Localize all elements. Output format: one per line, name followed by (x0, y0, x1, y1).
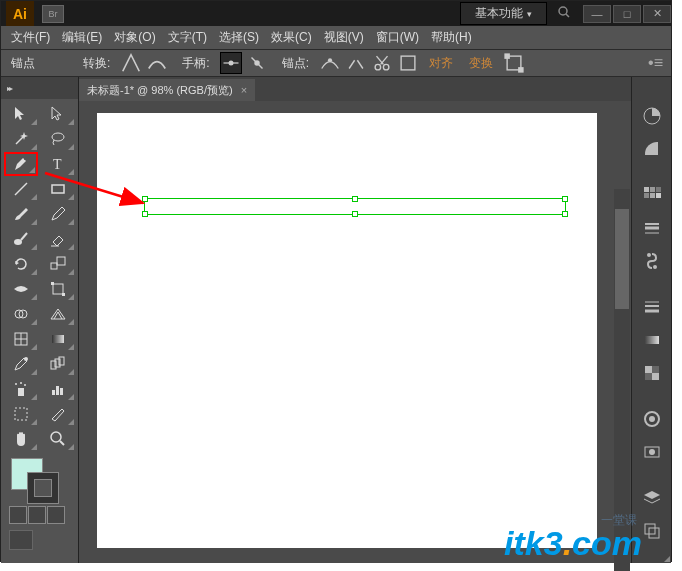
resize-handle[interactable] (352, 211, 358, 217)
minimize-button[interactable]: — (583, 5, 611, 23)
svg-point-64 (653, 265, 657, 269)
close-button[interactable]: ✕ (643, 5, 671, 23)
canvas[interactable] (79, 101, 631, 563)
graphic-styles-panel-icon[interactable] (634, 436, 670, 468)
tools-collapse-toggle[interactable] (1, 77, 78, 99)
svg-rect-31 (51, 282, 54, 285)
zoom-tool[interactable] (41, 427, 75, 451)
menu-help[interactable]: 帮助(H) (431, 29, 472, 46)
bridge-button[interactable]: Br (42, 5, 64, 23)
connect-anchor-icon[interactable] (345, 52, 367, 74)
line-segment-tool[interactable] (4, 177, 38, 201)
menu-select[interactable]: 选择(S) (219, 29, 259, 46)
blend-tool[interactable] (41, 352, 75, 376)
svg-rect-70 (652, 373, 659, 380)
menu-edit[interactable]: 编辑(E) (62, 29, 102, 46)
remove-anchor-icon[interactable] (319, 52, 341, 74)
svg-point-2 (559, 7, 567, 15)
cut-path-icon[interactable] (371, 52, 393, 74)
resize-handle[interactable] (352, 196, 358, 202)
search-help-button[interactable] (557, 5, 571, 23)
color-swatches[interactable] (1, 454, 78, 506)
direct-selection-tool[interactable] (41, 102, 75, 126)
svg-rect-68 (645, 336, 659, 344)
svg-rect-32 (62, 293, 65, 296)
convert-smooth-icon[interactable] (146, 52, 168, 74)
right-panel-rail (631, 77, 671, 563)
svg-point-11 (375, 64, 381, 70)
draw-normal-icon[interactable] (9, 506, 27, 524)
transparency-panel-icon[interactable] (634, 357, 670, 389)
resize-handle[interactable] (142, 196, 148, 202)
eraser-tool[interactable] (41, 227, 75, 251)
gradient-tool[interactable] (41, 327, 75, 351)
menu-object[interactable]: 对象(O) (114, 29, 155, 46)
perspective-grid-tool[interactable] (41, 302, 75, 326)
pencil-tool[interactable] (41, 202, 75, 226)
stroke-swatch[interactable] (27, 472, 59, 504)
draw-inside-icon[interactable] (47, 506, 65, 524)
menu-type[interactable]: 文字(T) (168, 29, 207, 46)
mesh-tool[interactable] (4, 327, 38, 351)
color-guide-panel-icon[interactable] (634, 133, 670, 165)
brushes-panel-icon[interactable] (634, 212, 670, 244)
layers-panel-icon[interactable] (634, 482, 670, 514)
svg-point-44 (15, 383, 17, 385)
convert-corner-icon[interactable] (120, 52, 142, 74)
symbols-panel-icon[interactable] (634, 245, 670, 277)
artboard-tool[interactable] (4, 402, 38, 426)
blob-brush-tool[interactable] (4, 227, 38, 251)
magic-wand-tool[interactable] (4, 127, 38, 151)
selected-shape[interactable] (144, 198, 566, 215)
artboards-panel-icon[interactable] (634, 515, 670, 547)
draw-behind-icon[interactable] (28, 506, 46, 524)
resize-handle[interactable] (562, 211, 568, 217)
rectangle-tool[interactable] (41, 177, 75, 201)
hand-tool[interactable] (4, 427, 38, 451)
column-graph-tool[interactable] (41, 377, 75, 401)
close-tab-icon[interactable]: × (241, 84, 247, 96)
workspace-switcher[interactable]: 基本功能 (460, 2, 547, 25)
appearance-panel-icon[interactable] (634, 403, 670, 435)
svg-text:T: T (53, 157, 62, 172)
eyedropper-tool[interactable] (4, 352, 38, 376)
paintbrush-tool[interactable] (4, 202, 38, 226)
svg-rect-15 (401, 56, 415, 70)
rotate-tool[interactable] (4, 252, 38, 276)
svg-point-51 (51, 432, 61, 442)
gradient-panel-icon[interactable] (634, 324, 670, 356)
screen-mode-button[interactable] (9, 530, 33, 550)
menu-file[interactable]: 文件(F) (11, 29, 50, 46)
resize-handle[interactable] (562, 196, 568, 202)
pen-tool[interactable] (4, 152, 38, 176)
resize-handle[interactable] (142, 211, 148, 217)
swatches-panel-icon[interactable] (634, 179, 670, 211)
svg-rect-43 (18, 388, 24, 396)
svg-rect-47 (52, 390, 55, 395)
transform-link[interactable]: 变换 (469, 55, 493, 72)
slice-tool[interactable] (41, 402, 75, 426)
menu-view[interactable]: 视图(V) (324, 29, 364, 46)
scroll-thumb[interactable] (615, 209, 629, 309)
width-tool[interactable] (4, 277, 38, 301)
align-link[interactable]: 对齐 (429, 55, 453, 72)
selection-tool[interactable] (4, 102, 38, 126)
stroke-panel-icon[interactable] (634, 291, 670, 323)
expand-control-icon[interactable]: •≡ (648, 54, 663, 72)
hide-handles-icon[interactable] (246, 52, 268, 74)
menu-effect[interactable]: 效果(C) (271, 29, 312, 46)
show-handles-icon[interactable] (220, 52, 242, 74)
type-tool[interactable]: T (41, 152, 75, 176)
color-panel-icon[interactable] (634, 100, 670, 132)
lasso-tool[interactable] (41, 127, 75, 151)
shape-builder-tool[interactable] (4, 302, 38, 326)
svg-rect-30 (53, 284, 63, 294)
scale-tool[interactable] (41, 252, 75, 276)
menu-window[interactable]: 窗口(W) (376, 29, 419, 46)
isolate-icon[interactable] (397, 52, 419, 74)
transform-icon[interactable] (503, 52, 525, 74)
symbol-sprayer-tool[interactable] (4, 377, 38, 401)
document-tab[interactable]: 未标题-1* @ 98% (RGB/预览) × (79, 79, 255, 101)
maximize-button[interactable]: □ (613, 5, 641, 23)
free-transform-tool[interactable] (41, 277, 75, 301)
